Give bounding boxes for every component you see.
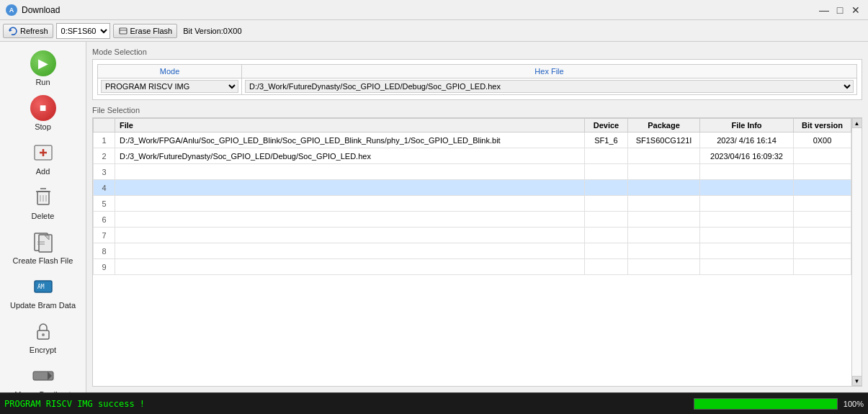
title-bar-controls: — □ ✕ [818,4,862,17]
svg-point-20 [42,333,45,336]
col-header-fileinfo: File Info [700,119,794,132]
row-package [628,212,700,228]
scroll-indicator: ▲ ▼ [851,118,862,386]
row-fileinfo [700,212,794,228]
file-table-header-row: File Device Package File Info Bit versio… [94,119,851,132]
status-text: PROGRAM RISCV IMG success ! [4,399,694,409]
row-bitversion [794,164,851,180]
row-num: 3 [94,164,115,180]
row-device: SF1_6 [585,132,628,148]
table-row[interactable]: 6 [94,212,851,228]
row-file: D:/3_Work/FPGA/Anlu/Soc_GPIO_LED_Blink/S… [115,132,585,148]
row-num: 1 [94,132,115,148]
mode-row: PROGRAM RISCV IMG D:/3_Work/FutureDynast… [98,78,857,95]
refresh-icon [8,26,18,36]
row-fileinfo [700,259,794,275]
hex-cell: D:/3_Work/FutureDynasty/Soc_GPIO_LED/Deb… [242,78,857,95]
mode-select[interactable]: PROGRAM RISCV IMG [101,80,238,93]
close-button[interactable]: ✕ [849,4,862,17]
row-file [115,228,585,243]
table-row[interactable]: 4 [94,180,851,196]
svg-text:AM: AM [37,284,45,290]
erase-icon [118,26,128,36]
table-row[interactable]: 8 [94,243,851,259]
bram-icon: AM [32,275,55,298]
file-selection-box: File Device Package File Info Bit versio… [92,117,862,387]
erase-flash-button[interactable]: Erase Flash [113,24,178,38]
table-row[interactable]: 2D:/3_Work/FutureDynasty/Soc_GPIO_LED/De… [94,148,851,164]
toolbar: Refresh 0:SF1S60 Erase Flash Bit Version… [0,20,868,42]
row-num: 7 [94,228,115,243]
sidebar: ▶ Run ■ Stop Add [0,42,86,392]
sidebar-item-run[interactable]: ▶ Run [7,48,79,89]
scroll-track [852,128,862,376]
row-fileinfo [700,196,794,212]
mode-selection-box: Mode Hex File PROGRAM RISCV IMG [92,59,862,100]
merge-icon [32,364,55,387]
title-bar-title: Download [22,5,60,15]
row-package [628,164,700,180]
sidebar-item-merge-dualboot[interactable]: Merge Dualboot Bit [7,360,79,392]
row-file [115,259,585,275]
sidebar-item-add[interactable]: Add [7,137,79,179]
table-row[interactable]: 3 [94,164,851,180]
run-icon: ▶ [30,50,56,76]
status-bar: PROGRAM RISCV IMG success ! 100% [0,392,868,414]
col-header-bitversion: Bit version [794,119,851,132]
row-fileinfo [700,164,794,180]
row-device [585,243,628,259]
table-row[interactable]: 5 [94,196,851,212]
row-bitversion [794,148,851,164]
main-content: ▶ Run ■ Stop Add [0,42,868,392]
row-num: 2 [94,148,115,164]
row-bitversion [794,259,851,275]
svg-marker-0 [9,29,12,32]
app-icon: A [6,4,17,16]
row-bitversion: 0X00 [794,132,851,148]
sidebar-item-encrypt[interactable]: Encrypt [7,315,79,357]
bit-version-label: Bit Version:0X00 [183,27,241,35]
row-device [585,180,628,196]
table-row[interactable]: 1D:/3_Work/FPGA/Anlu/Soc_GPIO_LED_Blink/… [94,132,851,148]
row-num: 5 [94,196,115,212]
port-select[interactable]: 0:SF1S60 [56,23,110,39]
title-bar: A Download — □ ✕ [0,0,868,20]
row-file [115,180,585,196]
refresh-button[interactable]: Refresh [3,24,53,38]
encrypt-icon [32,320,55,343]
progress-bar-fill [694,399,837,409]
row-fileinfo [700,243,794,259]
hex-col-header: Hex File [242,65,857,78]
sidebar-label-stop: Stop [35,122,51,131]
progress-bar-container [694,398,838,410]
sidebar-item-update-bram[interactable]: AM Update Bram Data [7,271,79,312]
row-device [585,259,628,275]
file-section-title: File Selection [92,106,862,114]
sidebar-item-delete[interactable]: Delete [7,181,79,223]
maximize-button[interactable]: □ [833,4,846,17]
row-num: 9 [94,259,115,275]
row-file [115,212,585,228]
sidebar-label-delete: Delete [32,212,55,220]
mode-cell: PROGRAM RISCV IMG [98,78,242,95]
table-row[interactable]: 9 [94,259,851,275]
hex-file-select[interactable]: D:/3_Work/FutureDynasty/Soc_GPIO_LED/Deb… [245,80,854,93]
progress-label: 100% [844,400,864,408]
sidebar-item-stop[interactable]: ■ Stop [7,92,79,134]
row-bitversion [794,243,851,259]
row-package [628,259,700,275]
minimize-button[interactable]: — [818,4,831,17]
stop-icon: ■ [30,95,56,121]
row-bitversion [794,180,851,196]
sidebar-item-create-flash-file[interactable]: Create Flash File [7,226,79,268]
col-header-file: File [115,119,585,132]
scroll-down-button[interactable]: ▼ [852,376,862,386]
row-file [115,164,585,180]
table-row[interactable]: 7 [94,228,851,243]
row-fileinfo [700,180,794,196]
row-num: 8 [94,243,115,259]
row-fileinfo: 2023/ 4/16 16:14 [700,132,794,148]
mode-col-header: Mode [98,65,242,78]
scroll-up-button[interactable]: ▲ [852,118,862,128]
row-bitversion [794,212,851,228]
